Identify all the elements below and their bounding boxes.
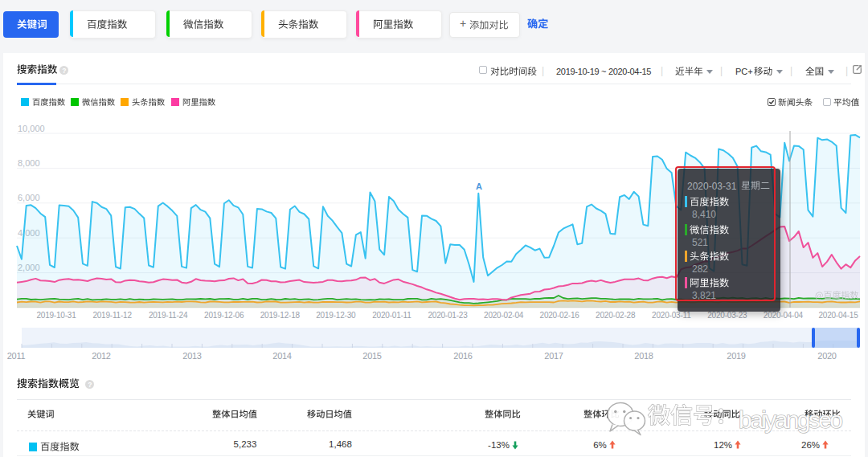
svg-text:2019-12-18: 2019-12-18: [260, 311, 301, 320]
svg-text:A: A: [476, 182, 482, 191]
svg-text:2020-01-11: 2020-01-11: [372, 311, 411, 320]
svg-text:2019-12-06: 2019-12-06: [204, 311, 244, 320]
svg-text:2019-11-24: 2019-11-24: [149, 311, 188, 320]
svg-text:2020-02-16: 2020-02-16: [540, 311, 580, 320]
svg-text:2019-11-12: 2019-11-12: [92, 311, 132, 320]
svg-text:2020-02-28: 2020-02-28: [596, 311, 636, 320]
svg-text:8,000: 8,000: [18, 158, 40, 168]
svg-text:2020-04-04: 2020-04-04: [764, 311, 804, 320]
svg-text:2020-02-04: 2020-02-04: [484, 311, 524, 320]
svg-text:2020-04-15: 2020-04-15: [818, 311, 858, 320]
svg-text:10,000: 10,000: [18, 124, 45, 133]
svg-text:2019-12-30: 2019-12-30: [316, 311, 356, 320]
svg-text:6,000: 6,000: [18, 193, 40, 202]
svg-text:baiyangseo: baiyangseo: [739, 406, 842, 433]
svg-text:2020-03-23: 2020-03-23: [707, 311, 747, 320]
svg-text:2020-01-23: 2020-01-23: [428, 311, 468, 320]
svg-text:2019-10-31: 2019-10-31: [36, 311, 76, 320]
svg-text:2020-03-11: 2020-03-11: [652, 311, 691, 320]
